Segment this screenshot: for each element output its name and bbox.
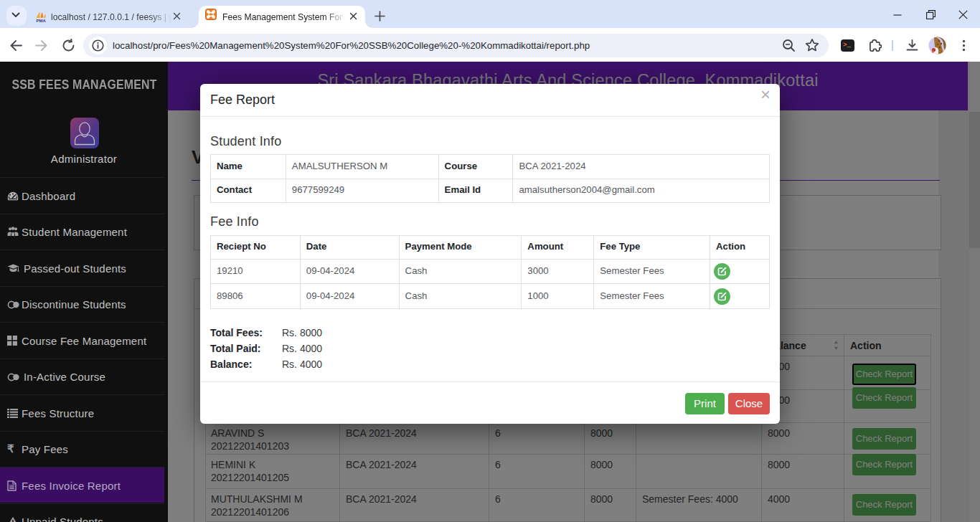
svg-text:PMA: PMA: [37, 19, 47, 22]
